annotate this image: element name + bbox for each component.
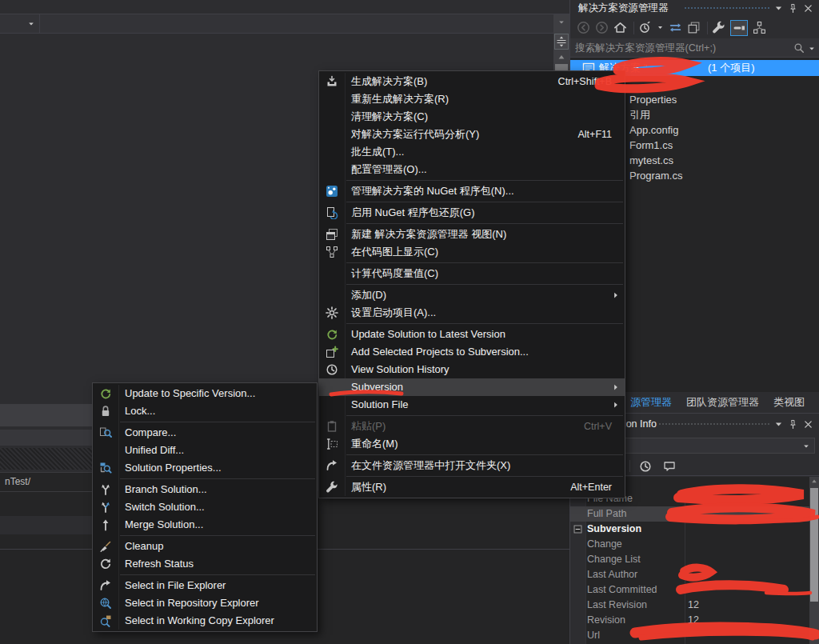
back-icon[interactable]: [577, 21, 590, 34]
comment-icon[interactable]: [663, 460, 676, 473]
menu-item[interactable]: 设置启动项目(A)...: [319, 304, 625, 322]
menu-item[interactable]: 配置管理器(O)...: [319, 161, 625, 178]
cleanup-icon: [99, 540, 112, 553]
menu-item[interactable]: 在代码图上显示(C): [319, 243, 625, 261]
preview-selected-icon[interactable]: [730, 20, 748, 36]
collapse-expander-icon[interactable]: [573, 525, 582, 534]
menu-item[interactable]: Cleanup: [93, 538, 317, 555]
close-icon[interactable]: [803, 419, 813, 430]
menu-item[interactable]: Lock...: [93, 402, 317, 420]
editor-top-bar: [0, 0, 569, 14]
history-icon[interactable]: [639, 460, 652, 473]
menu-item[interactable]: 属性(R)Alt+Enter: [319, 478, 625, 496]
menu-item[interactable]: Branch Solution...: [93, 481, 317, 498]
property-row[interactable]: Change: [570, 537, 810, 552]
menu-item[interactable]: Compare...: [93, 424, 317, 442]
search-icon[interactable]: [793, 42, 805, 54]
properties-wrench-icon[interactable]: [712, 21, 725, 34]
chevron-down-icon[interactable]: [557, 18, 565, 26]
nuget-restore-icon: [326, 206, 338, 219]
menu-item-label: View Solution History: [351, 363, 449, 375]
property-row[interactable]: Change List: [570, 552, 810, 567]
toolbar-separator: [633, 22, 634, 34]
menu-separator: [120, 574, 315, 575]
menu-item[interactable]: Switch Solution...: [93, 498, 317, 516]
pending-changes-filter-icon[interactable]: [638, 21, 652, 34]
menu-item[interactable]: 生成解决方案(B)Ctrl+Shift+B: [319, 73, 625, 90]
property-row[interactable]: Revision12: [570, 613, 810, 628]
solution-explorer-search[interactable]: [570, 38, 819, 58]
menu-item[interactable]: 启用 NuGet 程序包还原(G): [319, 204, 625, 222]
editor-nav-combo[interactable]: [0, 14, 40, 33]
build-icon: [326, 75, 338, 88]
tab-active[interactable]: 源管理器: [623, 392, 679, 413]
property-category-row[interactable]: Subversion: [570, 522, 810, 537]
menu-item[interactable]: Update Solution to Latest Version: [319, 326, 625, 343]
copy-stack-icon[interactable]: [687, 21, 701, 34]
scroll-up-icon[interactable]: [810, 478, 818, 486]
menu-separator: [346, 284, 623, 285]
property-row[interactable]: Full Path: [570, 506, 810, 522]
menu-item[interactable]: 计算代码度量值(C): [319, 265, 625, 282]
property-row[interactable]: Last Committed: [570, 582, 810, 598]
grid-scrollbar[interactable]: [809, 477, 819, 644]
solution-explorer-title-bar[interactable]: 解决方案资源管理器: [570, 0, 819, 17]
menu-item[interactable]: Select in Working Copy Explorer: [93, 612, 317, 630]
menu-item-label: Branch Solution...: [125, 483, 207, 495]
menu-item-label: 计算代码度量值(C): [351, 267, 438, 279]
menu-item-label: Refresh Status: [125, 558, 194, 570]
menu-item[interactable]: 重新生成解决方案(R): [319, 90, 625, 108]
menu-item[interactable]: Add Selected Projects to Subversion...: [319, 343, 625, 361]
grid-rows: File NameFull PathSubversionChangeChange…: [570, 491, 810, 643]
history-icon: [326, 363, 338, 376]
property-row[interactable]: Url: [570, 628, 810, 643]
solution-props-icon: [99, 462, 112, 474]
menu-item[interactable]: Refresh Status: [93, 555, 317, 573]
window-position-icon[interactable]: [773, 3, 784, 14]
menu-item[interactable]: 添加(D): [319, 286, 625, 304]
menu-item[interactable]: 粘贴(P)Ctrl+V: [319, 418, 625, 435]
menu-item[interactable]: Unified Diff...: [93, 442, 317, 459]
menu-item[interactable]: 清理解决方案(C): [319, 108, 625, 126]
menu-item[interactable]: 对解决方案运行代码分析(Y)Alt+F11: [319, 126, 625, 143]
menu-item[interactable]: Solution File: [319, 396, 625, 414]
menu-item[interactable]: 新建 解决方案资源管理器 视图(N): [319, 226, 625, 243]
menu-item[interactable]: 在文件资源管理器中打开文件夹(X): [319, 457, 625, 474]
menu-item[interactable]: Select in File Explorer: [93, 577, 317, 594]
property-row[interactable]: Last Revision12: [570, 598, 810, 613]
menu-item-label: 管理解决方案的 NuGet 程序包(N)...: [351, 185, 514, 197]
pin-icon[interactable]: [788, 3, 798, 14]
menu-item[interactable]: Subversion: [319, 378, 625, 396]
menu-item[interactable]: Merge Solution...: [93, 516, 317, 534]
chevron-down-icon[interactable]: [808, 45, 816, 53]
property-label: Change: [587, 537, 622, 552]
tab-inactive[interactable]: 团队资源管理器: [679, 392, 766, 413]
close-icon[interactable]: [803, 3, 813, 14]
menu-item[interactable]: View Solution History: [319, 361, 625, 378]
tab-inactive[interactable]: 类视图: [766, 392, 812, 413]
property-grid: File NameFull PathSubversionChangeChange…: [570, 477, 810, 644]
sync-icon[interactable]: [669, 21, 682, 34]
pin-icon[interactable]: [788, 419, 798, 430]
menu-item[interactable]: Update to Specific Version...: [93, 385, 317, 402]
menu-separator: [346, 454, 623, 455]
open-folder-icon: [326, 459, 338, 472]
menu-item[interactable]: Solution Properties...: [93, 459, 317, 477]
forward-icon[interactable]: [595, 21, 609, 34]
chevron-down-icon[interactable]: [657, 21, 664, 34]
sync-selection-icon[interactable]: [753, 21, 766, 34]
scroll-up-icon[interactable]: [557, 53, 566, 62]
menu-item[interactable]: 管理解决方案的 NuGet 程序包(N)...: [319, 182, 625, 200]
menu-item[interactable]: Select in Repository Explorer: [93, 594, 317, 612]
splitter-handle-icon[interactable]: [554, 34, 569, 50]
menu-item[interactable]: 批生成(T)...: [319, 143, 625, 161]
window-position-icon[interactable]: [773, 419, 784, 430]
vs-ide-window: nTest/ 解决方案资源管理器: [0, 0, 819, 644]
property-row[interactable]: Last Author: [570, 567, 810, 582]
search-input[interactable]: [570, 38, 804, 57]
home-icon[interactable]: [613, 21, 627, 34]
scrollbar-thumb[interactable]: [810, 488, 818, 602]
menu-item[interactable]: 重命名(M): [319, 435, 625, 453]
file-explorer-icon: [99, 579, 112, 592]
background-hatched-band: [0, 448, 92, 470]
